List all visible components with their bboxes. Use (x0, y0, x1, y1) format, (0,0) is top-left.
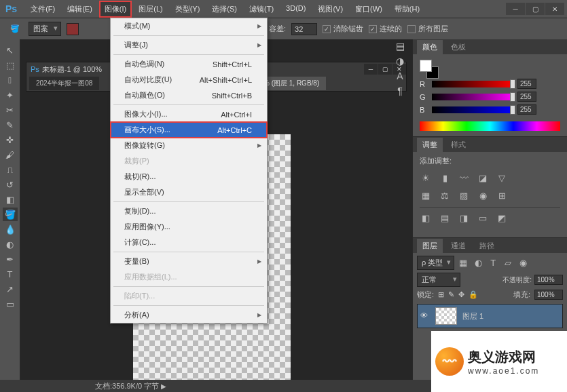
filter-adjust-icon[interactable]: ◐ (472, 257, 484, 269)
brush-tool-icon[interactable]: 🖌 (3, 148, 18, 161)
menu-calculate[interactable]: 计算(C)... (111, 235, 267, 250)
b-value[interactable]: 255 (517, 104, 536, 115)
pen-tool-icon[interactable]: ✒ (3, 252, 18, 266)
tab-layers[interactable]: 图层 (417, 239, 443, 253)
dodge-tool-icon[interactable]: ◐ (3, 237, 18, 251)
pattern-thumbnail[interactable] (67, 23, 79, 35)
menu-mode[interactable]: 模式(M) (111, 18, 267, 34)
menu-layer[interactable]: 图层(L) (133, 1, 168, 18)
gradient-map-icon[interactable]: ▭ (477, 212, 489, 224)
crop-tool-icon[interactable]: ✂ (3, 103, 18, 117)
fill-source-dropdown[interactable]: 图案 (29, 22, 61, 36)
menu-reveal-all[interactable]: 显示全部(V) (111, 184, 267, 200)
all-layers-checkbox[interactable]: 所有图层 (407, 24, 448, 34)
b-slider[interactable] (432, 106, 513, 113)
lock-paint-icon[interactable]: ✎ (448, 290, 454, 299)
fg-bg-swatches[interactable] (420, 60, 439, 79)
history-panel-icon[interactable]: ▤ (396, 41, 405, 52)
doc-minimize-icon[interactable]: ─ (364, 64, 378, 75)
color-ramp[interactable] (420, 121, 560, 131)
menu-3d[interactable]: 3D(D) (280, 1, 311, 18)
brightness-icon[interactable]: ☀ (420, 172, 432, 184)
tab-doc-1[interactable]: 2024半年报一图08 (29, 77, 99, 90)
menu-adjustments[interactable]: 调整(J) (111, 37, 267, 53)
menu-file[interactable]: 文件(F) (25, 1, 60, 18)
shape-tool-icon[interactable]: ▭ (3, 297, 18, 311)
eyedropper-tool-icon[interactable]: ✎ (3, 118, 18, 132)
menu-edit[interactable]: 编辑(E) (62, 1, 98, 18)
history-brush-icon[interactable]: ↺ (3, 178, 18, 191)
stamp-tool-icon[interactable]: ⎍ (3, 163, 18, 176)
menu-image[interactable]: 图像(I) (99, 1, 132, 18)
balance-icon[interactable]: ⚖ (439, 189, 451, 201)
fill-input[interactable]: 100% (534, 290, 563, 300)
layer-kind-dropdown[interactable]: ρ 类型 (417, 256, 454, 270)
vibrance-icon[interactable]: ▽ (496, 172, 508, 184)
lock-all-icon[interactable]: 🔒 (469, 290, 478, 299)
wand-tool-icon[interactable]: ✦ (3, 88, 18, 102)
menu-image-rotation[interactable]: 图像旋转(G) (111, 138, 267, 153)
lock-trans-icon[interactable]: ⊞ (438, 290, 444, 299)
layer-name[interactable]: 图层 1 (462, 311, 483, 321)
tab-adjustments[interactable]: 调整 (417, 138, 443, 152)
tab-paths[interactable]: 路径 (474, 239, 500, 253)
blend-mode-dropdown[interactable]: 正常 (417, 273, 460, 287)
doc-maximize-icon[interactable]: ▢ (378, 64, 392, 75)
lock-pos-icon[interactable]: ✥ (458, 290, 464, 299)
filter-shape-icon[interactable]: ▱ (502, 257, 514, 269)
invert-icon[interactable]: ◧ (420, 212, 432, 224)
marquee-tool-icon[interactable]: ⬚ (3, 58, 18, 72)
threshold-icon[interactable]: ◨ (458, 212, 470, 224)
filter-type-icon[interactable]: T (487, 257, 499, 269)
opacity-input[interactable]: 100% (534, 275, 563, 285)
levels-icon[interactable]: ▮ (439, 172, 451, 184)
menu-auto-contrast[interactable]: 自动对比度(U)Alt+Shift+Ctrl+L (111, 72, 267, 87)
lasso-tool-icon[interactable]: 𓍰 (3, 73, 18, 87)
g-slider[interactable] (432, 94, 513, 100)
menu-help[interactable]: 帮助(H) (389, 1, 425, 18)
tab-swatches[interactable]: 色板 (445, 40, 471, 54)
photo-filter-icon[interactable]: ◉ (477, 189, 489, 201)
maximize-icon[interactable]: ▢ (526, 3, 545, 15)
antialias-checkbox[interactable]: ✓消除锯齿 (323, 24, 363, 34)
path-tool-icon[interactable]: ↗ (3, 282, 18, 296)
menu-variables[interactable]: 变量(B) (111, 254, 267, 269)
menu-window[interactable]: 窗口(W) (350, 1, 388, 18)
r-slider[interactable] (432, 81, 513, 87)
menu-auto-tone[interactable]: 自动色调(N)Shift+Ctrl+L (111, 56, 267, 72)
layer-row[interactable]: 👁 图层 1 (417, 304, 563, 328)
filter-pixel-icon[interactable]: ▦ (457, 257, 469, 269)
menu-image-size[interactable]: 图像大小(I)...Alt+Ctrl+I (111, 106, 267, 122)
menu-auto-color[interactable]: 自动颜色(O)Shift+Ctrl+B (111, 87, 267, 103)
tolerance-input[interactable]: 32 (291, 23, 317, 35)
filter-smart-icon[interactable]: ◉ (517, 257, 529, 269)
exposure-icon[interactable]: ◪ (477, 172, 489, 184)
minimize-icon[interactable]: ─ (506, 3, 525, 15)
bucket-tool-icon-2[interactable]: 🪣 (3, 208, 18, 221)
layer-thumbnail[interactable] (435, 307, 457, 325)
posterize-icon[interactable]: ▤ (439, 212, 451, 224)
char-panel-icon[interactable]: A (397, 71, 403, 81)
tab-channels[interactable]: 通道 (445, 239, 471, 253)
bucket-tool-icon[interactable]: 🪣 (7, 21, 23, 37)
menu-canvas-size[interactable]: 画布大小(S)...Alt+Ctrl+C (111, 122, 267, 138)
hue-icon[interactable]: ▦ (420, 189, 432, 201)
menu-duplicate[interactable]: 复制(D)... (111, 203, 267, 219)
tab-styles[interactable]: 样式 (445, 138, 471, 152)
curves-icon[interactable]: 〰 (458, 172, 470, 184)
close-icon[interactable]: ✕ (545, 3, 564, 15)
contiguous-checkbox[interactable]: ✓连续的 (369, 24, 402, 34)
foreground-swatch[interactable] (420, 60, 432, 72)
menu-filter[interactable]: 滤镜(T) (244, 1, 279, 18)
move-tool-icon[interactable]: ↖ (3, 43, 18, 57)
menu-analysis[interactable]: 分析(A) (111, 307, 267, 323)
visibility-icon[interactable]: 👁 (420, 311, 430, 321)
menu-select[interactable]: 选择(S) (206, 1, 242, 18)
eraser-tool-icon[interactable]: ◧ (3, 193, 18, 206)
properties-panel-icon[interactable]: ◑ (396, 56, 404, 66)
healing-tool-icon[interactable]: ✜ (3, 133, 18, 146)
menu-view[interactable]: 视图(V) (312, 1, 348, 18)
blur-tool-icon[interactable]: 💧 (3, 222, 18, 236)
r-value[interactable]: 255 (517, 79, 536, 89)
menu-apply-image[interactable]: 应用图像(Y)... (111, 219, 267, 235)
